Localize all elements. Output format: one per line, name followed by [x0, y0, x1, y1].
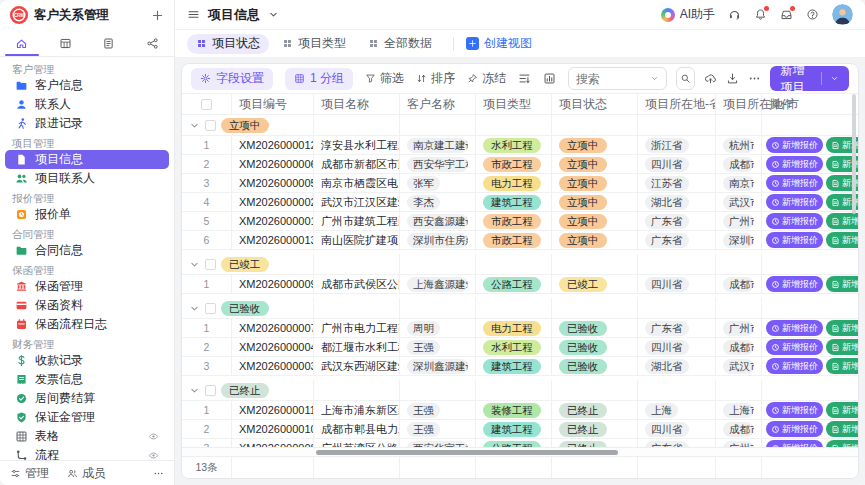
new-quote-button[interactable]: 新增报价 [766, 232, 823, 248]
new-quote-button[interactable]: 新增报价 [766, 320, 823, 336]
table-row[interactable]: 2XM2026000006成都市新都区市政...西安华宇工程...市政工程立项中… [182, 155, 858, 174]
table-row[interactable]: 5XM2026000001广州市建筑工程装...西安鑫源建设...市政工程立项中… [182, 212, 858, 231]
table-row[interactable]: 2XM2026000010成都市郫县电力工...王强建筑工程已终止四川省成都市新… [182, 420, 858, 439]
notifications-button[interactable] [754, 8, 767, 21]
add-workspace-button[interactable] [151, 9, 164, 22]
table-row[interactable]: 1XM2026000012淳安县水利工程新...南京建工建设...水利工程立项中… [182, 136, 858, 155]
new-contract-button[interactable]: 新增合同 [826, 232, 858, 248]
group-checkbox[interactable] [205, 259, 216, 270]
field-settings-button[interactable]: 字段设置 [191, 68, 273, 90]
header-checkbox-cell[interactable] [182, 94, 232, 115]
create-view-button[interactable]: 创建视图 [466, 35, 532, 52]
sort-button[interactable]: 排序 [416, 70, 455, 87]
new-quote-button[interactable]: 新增报价 [766, 175, 823, 191]
table-row[interactable]: 2XM2026000004都江堰市水利工程...王强水利工程已验收四川省成都市新… [182, 338, 858, 357]
table-row[interactable]: 6XM2026000013南山医院扩建项目深圳市住房建...市政工程立项中广东省… [182, 231, 858, 250]
new-quote-button[interactable]: 新增报价 [766, 339, 823, 355]
sidebar-item-报价单[interactable]: 报价单 [5, 205, 169, 224]
column-header-项目状态[interactable]: 项目状态 [552, 94, 638, 115]
new-quote-button[interactable]: 新增报价 [766, 402, 823, 418]
table-row[interactable]: 4XM2026000002武汉市江汉区建筑...李杰建筑工程立项中湖北省武汉市新… [182, 193, 858, 212]
sidebar-item-保证金管理[interactable]: 保证金管理 [5, 408, 169, 427]
new-quote-button[interactable]: 新增报价 [766, 358, 823, 374]
sidebar-item-流程[interactable]: 流程 [5, 446, 169, 460]
sidebar-item-项目联系人[interactable]: 项目联系人 [5, 169, 169, 188]
title-chevron-down-icon[interactable] [268, 9, 279, 20]
group-header-row[interactable]: 已验收 [182, 298, 858, 319]
view-tab-全部数据[interactable]: 全部数据 [359, 34, 441, 54]
sidebar-item-表格[interactable]: 表格 [5, 427, 169, 446]
support-button[interactable] [728, 8, 741, 21]
group-checkbox[interactable] [205, 303, 216, 314]
table-row[interactable]: 1XM2026000009成都市武侯区公路...上海鑫源建筑...公路工程已竣工… [182, 275, 858, 294]
search-input[interactable] [576, 72, 646, 86]
table-row[interactable]: 1XM2026000011上海市浦东新区装...王强装修工程已终止上海上海市新增… [182, 401, 858, 420]
sidebar-item-保函流程日志[interactable]: 保函流程日志 [5, 315, 169, 334]
row-height-button[interactable] [518, 72, 531, 85]
search-box[interactable] [568, 67, 667, 90]
collapse-sidebar-button[interactable] [187, 8, 200, 21]
sidebar-item-项目信息[interactable]: 项目信息 [5, 150, 169, 169]
column-header-项目类型[interactable]: 项目类型 [476, 94, 552, 115]
vertical-scrollbar[interactable] [852, 94, 856, 214]
sidebar-tab-tables[interactable] [44, 30, 88, 56]
new-project-button[interactable]: 新增项目 [770, 66, 849, 91]
table-row[interactable]: 3XM2026000003武汉东西湖区建筑...深圳鑫源建设...建筑工程已验收… [182, 357, 858, 376]
table-row[interactable]: 3XM2026000005南京市栖霞区电力...张军电力工程立项中江苏省南京市新… [182, 174, 858, 193]
column-header-客户名称[interactable]: 客户名称 [400, 94, 476, 115]
new-quote-button[interactable]: 新增报价 [766, 156, 823, 172]
new-contract-button[interactable]: 新增合同 [826, 421, 858, 437]
sidebar-item-跟进记录[interactable]: 跟进记录 [5, 114, 169, 133]
select-all-checkbox[interactable] [201, 99, 212, 110]
sidebar-item-合同信息[interactable]: 合同信息 [5, 241, 169, 260]
sidebar-tab-share[interactable] [131, 30, 175, 56]
table-row[interactable]: 1XM2026000007广州市电力工程改...周明电力工程已验收广东省广州市新… [182, 319, 858, 338]
freeze-button[interactable]: 冻结 [467, 70, 506, 87]
help-button[interactable] [806, 8, 819, 21]
new-contract-button[interactable]: 新增合同 [826, 402, 858, 418]
sidebar-item-保函资料[interactable]: 保函资料 [5, 296, 169, 315]
new-quote-button[interactable]: 新增报价 [766, 421, 823, 437]
sidebar-tab-home[interactable] [0, 30, 44, 56]
new-quote-button[interactable]: 新增报价 [766, 194, 823, 210]
sidebar-item-联系人[interactable]: 联系人 [5, 95, 169, 114]
filter-button[interactable]: 筛选 [365, 70, 404, 87]
grouping-button[interactable]: 1 分组 [285, 68, 353, 90]
new-contract-button[interactable]: 新增合同 [826, 358, 858, 374]
column-header-项目名称[interactable]: 项目名称 [314, 94, 400, 115]
search-scope-chevron-icon[interactable] [650, 74, 659, 83]
manage-button[interactable]: 管理 [10, 465, 49, 482]
ai-assistant-button[interactable]: AI助手 [661, 6, 715, 23]
group-header-row[interactable]: 已终止 [182, 380, 858, 401]
sidebar-more-button[interactable] [153, 468, 164, 479]
new-quote-button[interactable]: 新增报价 [766, 213, 823, 229]
sidebar-item-居间费结算[interactable]: 居间费结算 [5, 389, 169, 408]
download-button[interactable] [726, 72, 739, 85]
new-contract-button[interactable]: 新增合同 [826, 320, 858, 336]
new-contract-button[interactable]: 新增合同 [826, 213, 858, 229]
horizontal-scrollbar-thumb[interactable] [316, 450, 618, 455]
new-project-chevron-icon[interactable] [830, 74, 839, 83]
column-header-项目所在地-省[interactable]: 项目所在地-省 [638, 94, 716, 115]
sidebar-item-客户信息[interactable]: 客户信息 [5, 76, 169, 95]
sidebar-item-收款记录[interactable]: 收款记录 [5, 351, 169, 370]
group-checkbox[interactable] [205, 385, 216, 396]
statistics-button[interactable] [543, 72, 556, 85]
group-checkbox[interactable] [205, 120, 216, 131]
group-header-row[interactable]: 立项中 [182, 115, 858, 136]
new-quote-button[interactable]: 新增报价 [766, 137, 823, 153]
new-contract-button[interactable]: 新增合同 [826, 276, 858, 292]
sidebar-tab-docs[interactable] [87, 30, 131, 56]
sidebar-item-保函管理[interactable]: 保函管理 [5, 277, 169, 296]
new-contract-button[interactable]: 新增合同 [826, 339, 858, 355]
more-actions-button[interactable] [748, 72, 761, 85]
group-header-row[interactable]: 已竣工 [182, 254, 858, 275]
inbox-button[interactable] [780, 8, 793, 21]
members-button[interactable]: 成员 [67, 465, 106, 482]
sidebar-item-发票信息[interactable]: 发票信息 [5, 370, 169, 389]
import-button[interactable] [704, 72, 717, 85]
column-header-项目所在地-市[interactable]: 项目所在地-市 [716, 94, 762, 115]
view-tab-项目状态[interactable]: 项目状态 [187, 34, 269, 54]
column-header-项目编号[interactable]: 项目编号 [232, 94, 314, 115]
view-tab-项目类型[interactable]: 项目类型 [273, 34, 355, 54]
